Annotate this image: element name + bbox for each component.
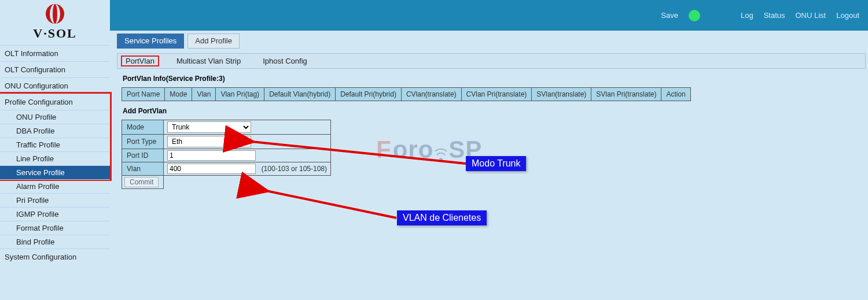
- sidebar-item-bind-profile[interactable]: Bind Profile: [0, 235, 110, 249]
- sidebar-item-olt-configuration[interactable]: OLT Configuration: [0, 61, 110, 77]
- sidebar-item-olt-information[interactable]: OLT Information: [0, 45, 110, 61]
- th-cvlan-pri-translate: CVlan Pri(translate): [461, 88, 532, 101]
- th-mode: Mode: [165, 88, 192, 101]
- portvlan-info-title: PortVlan Info(Service Profile:3): [123, 75, 866, 83]
- sidebar-item-pri-profile[interactable]: Pri Profile: [0, 193, 110, 207]
- th-svlan-pri-translate: SVlan Pri(translate): [591, 88, 661, 101]
- tab-iphost-config[interactable]: Iphost Config: [258, 55, 312, 66]
- th-default-vlan-hybrid: Default Vlan(hybrid): [264, 88, 336, 101]
- label-mode: Mode: [122, 120, 164, 135]
- th-vlan: Vlan: [192, 88, 216, 101]
- vlan-hint: (100-103 or 105-108): [262, 165, 327, 173]
- select-mode[interactable]: Trunk: [167, 121, 251, 133]
- sidebar-item-system-configuration[interactable]: System Configuration: [0, 249, 110, 265]
- tabs-secondary: PortVlan Multicast Vlan Strip Iphost Con…: [117, 53, 866, 69]
- sidebar-item-service-profile[interactable]: Service Profile: [0, 165, 110, 179]
- sidebar-item-onu-configuration[interactable]: ONU Configuration: [0, 77, 110, 94]
- save-area: Save: [661, 0, 700, 31]
- add-portvlan-title: Add PortVlan: [123, 107, 866, 115]
- annotation-highlight-profile-group: Profile Configuration ONU Profile DBA Pr…: [0, 92, 112, 181]
- annotation-vlan-clientes: VLAN de Clienetes: [397, 210, 487, 225]
- sidebar-item-igmp-profile[interactable]: IGMP Profile: [0, 207, 110, 221]
- input-port-id[interactable]: [167, 150, 256, 161]
- th-action: Action: [661, 88, 690, 101]
- tab-service-profiles[interactable]: Service Profiles: [117, 34, 184, 49]
- logo-text: V·SOL: [0, 26, 110, 41]
- link-onu-list[interactable]: ONU List: [796, 11, 826, 20]
- tab-portvlan[interactable]: PortVlan: [121, 55, 159, 66]
- logo: V·SOL: [0, 0, 110, 43]
- sidebar: OLT Information OLT Configuration ONU Co…: [0, 45, 110, 265]
- th-default-pri-hybrid: Default Pri(hybrid): [336, 88, 402, 101]
- tab-multicast-strip[interactable]: Multicast Vlan Strip: [172, 55, 245, 66]
- logo-icon: [43, 3, 67, 24]
- sidebar-item-onu-profile[interactable]: ONU Profile: [0, 110, 110, 124]
- annotation-modo-trunk: Modo Trunk: [466, 156, 526, 171]
- add-portvlan-form: Mode Trunk Port Type Eth Port ID Vlan: [122, 120, 331, 189]
- link-status[interactable]: Status: [764, 11, 785, 20]
- sidebar-item-profile-configuration[interactable]: Profile Configuration: [0, 94, 110, 110]
- portvlan-info-table: Port Name Mode Vlan Vlan Pri(tag) Defaul…: [122, 87, 691, 101]
- save-button[interactable]: Save: [661, 11, 678, 20]
- sidebar-item-traffic-profile[interactable]: Traffic Profile: [0, 138, 110, 151]
- label-vlan: Vlan: [122, 162, 164, 176]
- input-vlan[interactable]: [167, 164, 256, 174]
- th-vlan-pri-tag: Vlan Pri(tag): [216, 88, 264, 101]
- status-indicator-icon: [689, 10, 700, 21]
- th-port-name: Port Name: [122, 88, 165, 101]
- label-port-id: Port ID: [122, 149, 164, 162]
- link-logout[interactable]: Logout: [836, 11, 859, 20]
- commit-button[interactable]: Commit: [124, 177, 159, 187]
- tabs-primary: Service Profiles Add Profile: [117, 34, 866, 49]
- sidebar-item-alarm-profile[interactable]: Alarm Profile: [0, 179, 110, 193]
- sidebar-item-line-profile[interactable]: Line Profile: [0, 151, 110, 165]
- label-port-type: Port Type: [122, 135, 164, 149]
- sidebar-item-dba-profile[interactable]: DBA Profile: [0, 124, 110, 138]
- sidebar-item-format-profile[interactable]: Format Profile: [0, 221, 110, 235]
- tab-add-profile[interactable]: Add Profile: [187, 34, 240, 49]
- select-port-type[interactable]: Eth: [167, 136, 251, 147]
- th-cvlan-translate: CVlan(translate): [401, 88, 461, 101]
- top-bar: Save Log Status ONU List Logout: [110, 0, 868, 31]
- link-log[interactable]: Log: [741, 11, 753, 20]
- th-svlan-translate: SVlan(translate): [532, 88, 591, 101]
- header-links: Log Status ONU List Logout: [741, 0, 859, 31]
- svg-point-2: [53, 4, 57, 24]
